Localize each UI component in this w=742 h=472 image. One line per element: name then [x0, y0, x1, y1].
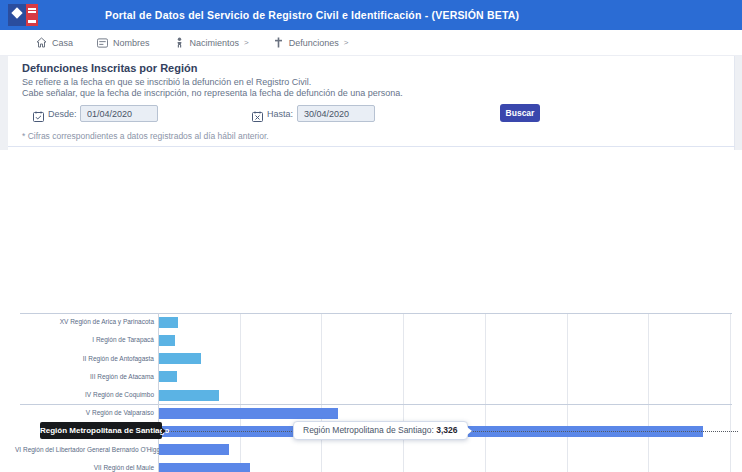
bar[interactable] [159, 390, 219, 401]
section-description-1: Se refiere a la fecha en que se inscribi… [22, 77, 311, 87]
y-axis-category-label: III Región de Atacama [15, 373, 154, 380]
section-description-2: Cabe señalar, que la fecha de inscripció… [22, 88, 403, 98]
page-title: Portal de Datos del Servicio de Registro… [105, 0, 519, 30]
y-axis-category-label: V Región de Valparaíso [15, 409, 154, 416]
gridline-vertical [730, 313, 731, 472]
nav-label: Defunciones [289, 38, 339, 48]
gridline-vertical [240, 313, 241, 472]
section-divider [8, 146, 735, 147]
baby-icon [174, 37, 185, 48]
nav-label: Casa [52, 38, 73, 48]
y-axis-pointer-label: Región Metropolitana de Santiago [40, 422, 162, 439]
chart-tooltip: Región Metropolitana de Santiago: 3,326 [293, 421, 468, 440]
id-card-icon [97, 37, 108, 48]
gridline-vertical [485, 313, 486, 472]
to-date-input[interactable] [297, 105, 375, 122]
gridline-vertical [648, 313, 649, 472]
footnote: * Cifras correspondientes a datos regist… [22, 131, 269, 141]
y-axis-category-label: IV Región de Coquimbo [15, 391, 154, 398]
nav-label: Nacimientos [190, 38, 240, 48]
chevron-right-icon: > [244, 38, 249, 47]
group-separator-line [20, 404, 732, 405]
tooltip-label: Región Metropolitana de Santiago [303, 425, 432, 435]
nav-item-casa[interactable]: Casa [36, 37, 73, 48]
logo-flag [26, 4, 38, 26]
logo-emblem [8, 4, 26, 26]
nav-item-nombres[interactable]: Nombres [97, 37, 150, 48]
nav-label: Nombres [113, 38, 150, 48]
from-date-label: Desde: [48, 109, 77, 119]
main-nav: Casa Nombres Nacimientos > Defunciones > [0, 30, 742, 56]
bar[interactable] [159, 444, 229, 455]
gridline-vertical [321, 313, 322, 472]
bar[interactable] [159, 353, 201, 364]
search-button[interactable]: Buscar [500, 104, 540, 122]
home-icon [36, 37, 47, 48]
gridline-vertical [567, 313, 568, 472]
app-header: Portal de Datos del Servicio de Registro… [0, 0, 742, 30]
chevron-right-icon: > [344, 38, 349, 47]
y-axis-category-label: II Región de Antofagasta [15, 355, 154, 362]
gridline-vertical [403, 313, 404, 472]
y-axis-category-label: XV Región de Arica y Parinacota [15, 318, 154, 325]
bar[interactable] [159, 463, 250, 472]
cross-icon [273, 37, 284, 48]
page: Portal de Datos del Servicio de Registro… [0, 0, 742, 472]
from-date-input[interactable] [80, 105, 158, 122]
bar[interactable] [159, 371, 177, 382]
to-date-label: Hasta: [267, 109, 293, 119]
calendar-check-icon [33, 108, 44, 119]
y-axis-category-label: VI Región del Libertador General Bernard… [15, 446, 154, 453]
calendar-x-icon [252, 108, 263, 119]
nav-item-nacimientos[interactable]: Nacimientos > [174, 37, 249, 48]
y-axis-category-label: I Región de Tarapacá [15, 336, 154, 343]
bar[interactable] [159, 317, 178, 328]
plot-top-border [20, 313, 732, 314]
filter-bar: Desde: Hasta: Buscar [0, 104, 742, 126]
tooltip-value: 3,326 [436, 425, 457, 435]
bar[interactable] [159, 335, 175, 346]
deaths-by-region-bar-chart: 05001,0001,5002,0002,5003,0003,500XV Reg… [0, 150, 742, 472]
bar[interactable] [159, 408, 338, 419]
gobierno-de-chile-logo [8, 4, 38, 26]
nav-item-defunciones[interactable]: Defunciones > [273, 37, 349, 48]
y-axis-category-label: VII Región del Maule [15, 464, 154, 471]
section-title: Defunciones Inscritas por Región [22, 62, 197, 74]
